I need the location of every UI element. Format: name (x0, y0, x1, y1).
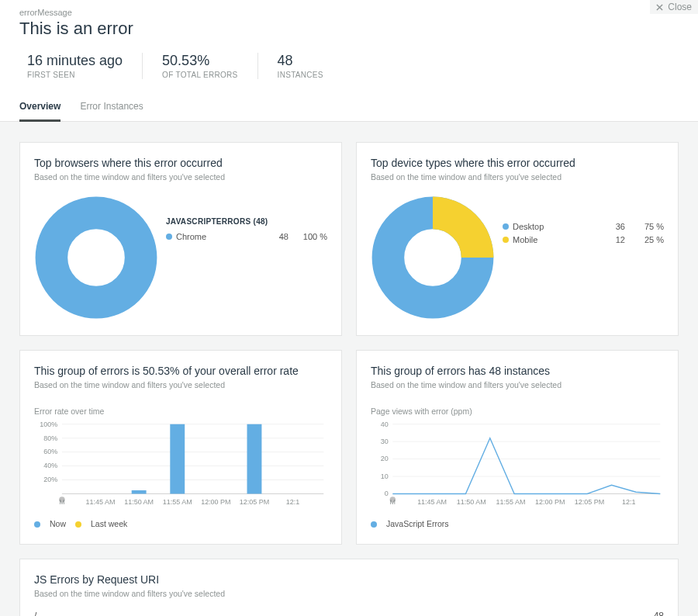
card-devices: Top device types where this error occurr… (356, 142, 679, 336)
svg-text:11:50 AM: 11:50 AM (124, 498, 154, 506)
legend-pct: 75 % (625, 222, 664, 231)
card-browsers: Top browsers where this error occurred B… (19, 142, 342, 336)
card-js-errors-uri: JS Errors by Request URI Based on the ti… (19, 559, 679, 616)
svg-text:11:45 AM: 11:45 AM (417, 498, 447, 506)
svg-rect-17 (247, 424, 262, 494)
svg-text:12:00 PM: 12:00 PM (535, 498, 565, 506)
card-title: Top browsers where this error occurred (34, 157, 327, 169)
page-title: This is an error (19, 19, 679, 39)
svg-text:30: 30 (381, 438, 389, 445)
stat-label: FIRST SEEN (27, 71, 123, 79)
browsers-legend: JAVASCRIPTERRORS (48) Chrome 48 100 % (166, 217, 327, 245)
svg-text:20: 20 (381, 455, 389, 462)
svg-text:20%: 20% (43, 476, 57, 483)
svg-text:12:05 PM: 12:05 PM (575, 498, 604, 506)
legend-item: Now (34, 519, 66, 528)
svg-text:60%: 60% (43, 448, 57, 455)
svg-point-3 (406, 230, 460, 285)
chart-legend: JavaScript Errors (371, 517, 664, 528)
legend-count: 36 (594, 222, 625, 231)
stat-label: INSTANCES (278, 71, 323, 79)
uri-count: 48 (654, 611, 664, 616)
legend-item: Last week (75, 519, 127, 528)
instances-chart: 010203040 M11:45 AM11:50 AM11:55 AM12:00… (371, 420, 664, 508)
card-subtitle: Based on the time window and filters you… (371, 172, 664, 182)
svg-text:11:45 AM: 11:45 AM (86, 498, 116, 506)
svg-text:11:50 AM: 11:50 AM (457, 498, 486, 506)
legend-item: JavaScript Errors (371, 519, 449, 528)
legend-dot-icon (371, 521, 377, 528)
tab-error instances[interactable]: Error Instances (80, 96, 143, 122)
svg-text:12:05 PM: 12:05 PM (240, 498, 269, 506)
card-title: This group of errors is 50.53% of your o… (34, 365, 327, 377)
legend-name: Chrome (176, 232, 257, 241)
stat-value: 50.53% (162, 53, 237, 69)
svg-text:80%: 80% (43, 434, 57, 442)
svg-text:40%: 40% (43, 462, 57, 469)
error-rate-chart: 20%40%60%80%100% M11:45 AM11:50 AM11:55 … (34, 420, 327, 508)
legend-dot-icon (166, 234, 172, 240)
card-title: JS Errors by Request URI (34, 573, 664, 586)
legend-dot-icon (503, 237, 509, 243)
uri-path: / (34, 611, 36, 616)
card-subtitle: Based on the time window and filters you… (34, 589, 664, 598)
card-subtitle: Based on the time window and filters you… (34, 380, 327, 389)
uri-row[interactable]: / 48 (34, 611, 664, 616)
svg-rect-16 (170, 424, 185, 494)
close-button[interactable]: Close (650, 0, 698, 14)
browsers-donut-chart (34, 196, 158, 320)
chart-title: Error rate over time (34, 407, 327, 416)
legend-row: Mobile 12 25 % (503, 235, 664, 244)
svg-text:M: M (390, 498, 396, 506)
stat: 48 INSTANCES (258, 53, 343, 79)
svg-text:10: 10 (381, 472, 389, 480)
chart-legend: NowLast week (34, 517, 327, 528)
card-instances: This group of errors has 48 instances Ba… (356, 350, 679, 545)
legend-count: 48 (257, 232, 289, 241)
svg-text:12:1: 12:1 (286, 498, 299, 506)
header: errorMessage This is an error (0, 0, 698, 39)
legend-dot-icon (34, 521, 40, 528)
content: Top browsers where this error occurred B… (0, 122, 698, 616)
stats-bar: 16 minutes ago FIRST SEEN 50.53% OF TOTA… (0, 39, 698, 79)
legend-name: Mobile (513, 235, 594, 244)
chart-title: Page views with error (ppm) (371, 407, 664, 416)
svg-text:12:00 PM: 12:00 PM (201, 498, 230, 506)
svg-text:11:55 AM: 11:55 AM (496, 498, 526, 506)
tabs: OverviewError Instances (0, 79, 698, 122)
legend-heading: JAVASCRIPTERRORS (48) (166, 217, 327, 226)
svg-text:0: 0 (385, 490, 389, 497)
card-error-rate: This group of errors is 50.53% of your o… (19, 350, 342, 545)
stat: 16 minutes ago FIRST SEEN (8, 53, 143, 79)
legend-name: Desktop (513, 222, 594, 231)
legend-pct: 25 % (625, 235, 664, 244)
legend-dot-icon (75, 521, 81, 528)
legend-count: 12 (594, 235, 625, 244)
legend-row: Chrome 48 100 % (166, 232, 327, 241)
stat-value: 16 minutes ago (27, 53, 123, 69)
breadcrumb: errorMessage (19, 8, 679, 17)
close-icon (656, 4, 663, 11)
svg-text:40: 40 (381, 420, 389, 428)
tab-overview[interactable]: Overview (19, 96, 60, 122)
stat: 50.53% OF TOTAL ERRORS (143, 53, 257, 79)
legend-pct: 100 % (289, 232, 327, 241)
card-title: Top device types where this error occurr… (371, 157, 664, 169)
svg-text:12:1: 12:1 (622, 498, 635, 506)
devices-donut-chart (371, 196, 495, 320)
legend-row: Desktop 36 75 % (503, 222, 664, 231)
svg-text:M: M (59, 498, 64, 506)
svg-point-0 (51, 213, 140, 302)
svg-text:100%: 100% (40, 420, 57, 428)
svg-rect-15 (132, 490, 147, 493)
close-label: Close (668, 2, 692, 12)
devices-legend: Desktop 36 75 % Mobile 12 25 % (503, 222, 664, 248)
stat-value: 48 (278, 53, 323, 69)
card-title: This group of errors has 48 instances (371, 365, 664, 377)
legend-dot-icon (503, 223, 509, 230)
stat-label: OF TOTAL ERRORS (162, 71, 237, 79)
svg-text:11:55 AM: 11:55 AM (163, 498, 192, 506)
card-subtitle: Based on the time window and filters you… (371, 380, 664, 389)
card-subtitle: Based on the time window and filters you… (34, 172, 327, 182)
